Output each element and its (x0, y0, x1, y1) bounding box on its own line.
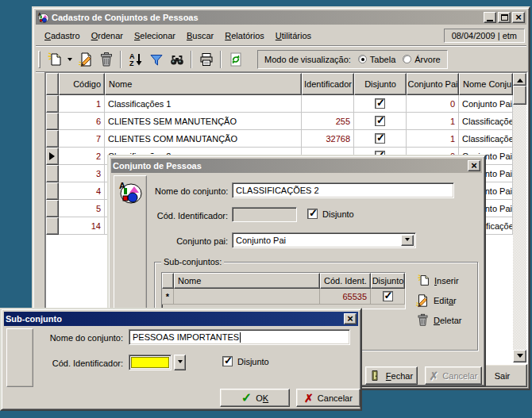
cell-nome-conjunto[interactable]: Classificações (459, 113, 513, 130)
print-button[interactable] (196, 50, 216, 69)
deletar-button[interactable]: Deletar (416, 313, 461, 327)
cell-nome-conjunto[interactable]: Classificações (459, 130, 513, 148)
disjunto-checkbox[interactable] (375, 133, 385, 144)
cell-disjunto[interactable] (354, 113, 407, 130)
editar-button[interactable]: Editar (415, 293, 457, 308)
cell-codigo[interactable]: 2 (59, 148, 105, 165)
view-mode-label: Modo de visualização: (264, 55, 351, 64)
grid-header-codigo[interactable]: Código (59, 73, 105, 95)
disjunto-checkbox[interactable] (383, 291, 393, 301)
cell-nome[interactable]: Classificações 1 (105, 95, 302, 113)
grid-header-disjunto[interactable]: Disjunto (354, 73, 407, 95)
radio-arvore[interactable]: Árvore (403, 55, 440, 64)
conjunto-dialog-close-button[interactable] (468, 160, 480, 171)
cod-identificador-color-field[interactable] (129, 355, 172, 370)
cell-conjunto-pai[interactable]: 1 (407, 113, 459, 130)
subgrid-header-cod[interactable]: Cód. Ident. (320, 273, 371, 289)
cell-codigo[interactable]: 3 (59, 165, 105, 182)
disjunto-checkbox[interactable] (307, 209, 318, 219)
maximize-button[interactable] (498, 12, 511, 23)
subconjunto-dialog-close-button[interactable] (344, 313, 357, 324)
refresh-button[interactable] (226, 50, 245, 69)
grid-scrollbar[interactable] (513, 73, 526, 362)
subgrid-cell-disjunto[interactable] (371, 289, 405, 305)
edit-record-button[interactable] (75, 50, 95, 69)
sort-button[interactable]: AZ (125, 50, 145, 69)
inserir-button[interactable]: Inserir (417, 274, 459, 287)
main-window-titlebar[interactable]: A Cadastro de Conjuntos de Pessoas (36, 10, 526, 25)
menu-buscar[interactable]: Buscar (181, 29, 219, 43)
cell-codigo[interactable]: 4 (59, 182, 105, 200)
cell-conjunto-pai[interactable]: 0 (407, 95, 459, 113)
cell-identificador[interactable]: 255 (302, 113, 354, 130)
ok-button[interactable]: OK (220, 389, 290, 407)
search-button[interactable] (167, 50, 187, 69)
radio-tabela[interactable]: Tabela (358, 55, 395, 64)
combo-dropdown-button[interactable] (401, 235, 414, 246)
grid-header-identificador[interactable]: Identificador (302, 73, 354, 95)
subgrid-header-disjunto[interactable]: Disjunto (371, 273, 405, 289)
new-record-button[interactable] (44, 50, 64, 69)
cell-disjunto[interactable] (354, 95, 407, 113)
disjunto-checkbox[interactable] (375, 116, 385, 126)
subconjunto-dialog-titlebar[interactable]: Sub-conjunto (4, 312, 358, 326)
cell-codigo[interactable]: 1 (59, 95, 105, 113)
cell-identificador[interactable]: 32768 (302, 130, 354, 148)
table-row[interactable]: 7 CLIENTES COM MANUTANÇÃO 32768 1 Classi… (46, 130, 513, 148)
door-icon (370, 370, 382, 382)
delete-record-button[interactable] (96, 50, 116, 69)
menu-utilitarios[interactable]: Utilitários (270, 29, 317, 43)
cod-dropdown-button[interactable] (174, 355, 186, 370)
cell-nome[interactable]: CLIENTES COM MANUTANÇÃO (105, 130, 302, 148)
grid-header-conjunto-pai[interactable]: Conjunto Pai (407, 73, 459, 95)
grid-header-nome-conjunto[interactable]: Nome Conju (459, 73, 513, 95)
menu-selecionar[interactable]: Selecionar (129, 29, 181, 43)
disjunto-checkbox-row[interactable]: Disjunto (222, 356, 269, 366)
disjunto-checkbox-row[interactable]: Disjunto (307, 209, 354, 219)
subgrid-cell-cod[interactable]: 65535 (320, 289, 371, 305)
menu-relatorios[interactable]: Relatórios (219, 29, 270, 43)
grid-header-nome[interactable]: Nome (105, 73, 302, 95)
dialog-side-panel (6, 328, 33, 387)
radio-arvore-label: Árvore (414, 55, 440, 64)
scrollbar-thumb[interactable] (513, 86, 526, 105)
table-row[interactable]: 6 CLIENTES SEM MANUTENÇÃO 255 1 Classifi… (46, 113, 513, 130)
disjunto-checkbox[interactable] (222, 356, 233, 366)
scroll-up-button[interactable] (513, 73, 526, 86)
cell-codigo[interactable]: 14 (59, 217, 105, 235)
cancelar-label: Cancelar (442, 371, 477, 381)
filter-button[interactable] (146, 50, 166, 69)
cell-conjunto-pai[interactable]: 1 (407, 130, 459, 148)
yellow-color-swatch (131, 357, 169, 368)
cell-identificador[interactable] (302, 95, 354, 113)
close-icon (515, 13, 522, 22)
subgrid-new-row-marker: * (162, 289, 174, 305)
scroll-down-button[interactable] (513, 350, 526, 362)
cancelar-button[interactable]: Cancelar (296, 389, 360, 407)
edit-document-icon (415, 293, 430, 308)
toolbar-drag-handle[interactable] (38, 51, 40, 68)
new-record-dropdown[interactable] (65, 50, 75, 69)
cell-nome[interactable]: CLIENTES SEM MANUTENÇÃO (105, 113, 302, 130)
cell-disjunto[interactable] (354, 130, 407, 148)
conjunto-pai-combobox[interactable]: Conjunto Pai (232, 232, 416, 248)
cell-codigo[interactable]: 6 (59, 113, 105, 130)
minimize-button[interactable] (484, 12, 496, 23)
subgrid-cell-nome[interactable] (174, 289, 320, 305)
menu-cadastro[interactable]: Cadastro (39, 29, 86, 43)
close-button[interactable] (512, 12, 525, 23)
scrollbar-track[interactable] (513, 105, 526, 350)
grid-header-selector (46, 73, 59, 95)
cell-codigo[interactable]: 7 (59, 130, 105, 148)
fechar-button[interactable]: Fechar (365, 366, 418, 385)
cell-nome-conjunto[interactable]: Conjunto Pai (459, 95, 513, 113)
subgrid-row[interactable]: * 65535 (162, 289, 405, 305)
conjunto-dialog-titlebar[interactable]: Conjunto de Pessoas (111, 159, 482, 173)
disjunto-checkbox[interactable] (375, 98, 385, 109)
subgrid-header-nome[interactable]: Nome (174, 273, 320, 289)
menu-ordenar[interactable]: Ordenar (86, 29, 129, 43)
nome-conjunto-field[interactable]: CLASSIFICAÇÕES 2 (232, 182, 454, 198)
nome-conjunto-input[interactable]: PESSOAS IMPORTANTES (129, 329, 350, 345)
table-row[interactable]: 1 Classificações 1 0 Conjunto Pai (46, 95, 513, 113)
cell-codigo[interactable]: 5 (59, 200, 105, 217)
